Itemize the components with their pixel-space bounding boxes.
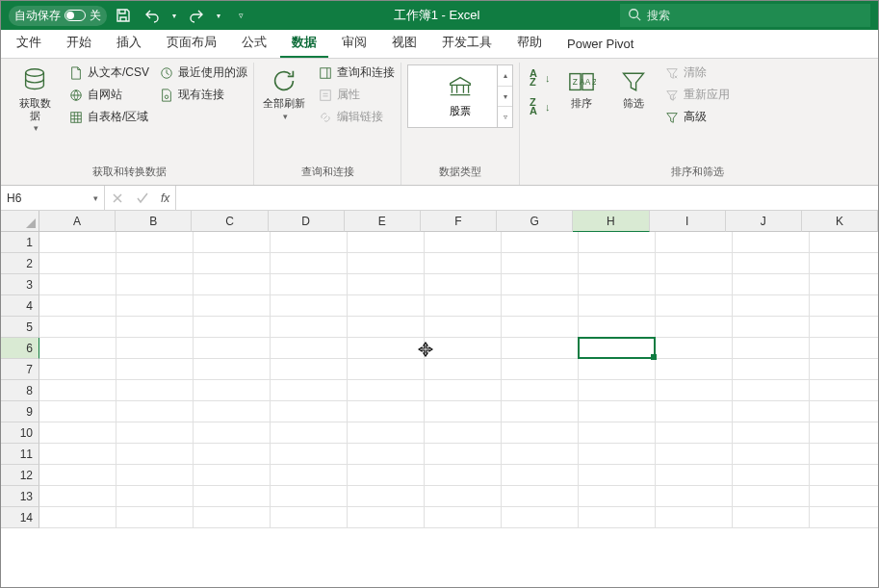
recent-sources-button[interactable]: 最近使用的源: [159, 64, 247, 81]
cell[interactable]: [579, 232, 656, 253]
column-header[interactable]: E: [345, 211, 421, 232]
cell[interactable]: [116, 444, 194, 465]
cell[interactable]: [656, 274, 733, 295]
cell[interactable]: [194, 274, 271, 295]
column-header[interactable]: D: [269, 211, 345, 232]
cell[interactable]: [656, 507, 733, 528]
cell[interactable]: [194, 486, 271, 507]
cell[interactable]: [579, 359, 656, 380]
cell[interactable]: [579, 465, 656, 486]
cell[interactable]: [194, 444, 271, 465]
cell[interactable]: [271, 359, 348, 380]
cell[interactable]: [194, 338, 271, 359]
cell[interactable]: [116, 507, 194, 528]
cell[interactable]: [271, 338, 348, 359]
advanced-filter-button[interactable]: 高级: [664, 109, 730, 125]
column-header[interactable]: B: [116, 211, 192, 232]
cell[interactable]: [348, 465, 425, 486]
column-header[interactable]: G: [497, 211, 573, 232]
cell[interactable]: [810, 359, 879, 380]
worksheet[interactable]: ABCDEFGHIJK 1234567891011121314: [1, 211, 878, 588]
cell[interactable]: [39, 380, 116, 401]
search-box[interactable]: [620, 4, 870, 27]
cell[interactable]: [39, 507, 116, 528]
formula-input[interactable]: [176, 186, 878, 210]
cell[interactable]: [810, 380, 879, 401]
cell[interactable]: [656, 359, 733, 380]
cell[interactable]: [271, 422, 348, 444]
cell[interactable]: [810, 422, 879, 444]
redo-dropdown[interactable]: ▾: [213, 4, 224, 27]
cell[interactable]: [579, 317, 656, 338]
save-button[interactable]: [111, 4, 136, 27]
gallery-scrollbar[interactable]: ▴ ▾ ▿: [497, 65, 512, 127]
cell[interactable]: [733, 232, 810, 253]
cell[interactable]: [271, 317, 348, 338]
cell[interactable]: [502, 253, 579, 274]
cell[interactable]: [810, 274, 879, 295]
cell[interactable]: [194, 422, 271, 444]
cell[interactable]: [39, 317, 116, 338]
cell[interactable]: [348, 317, 425, 338]
refresh-all-button[interactable]: 全部刷新 ▾: [260, 64, 308, 121]
column-header[interactable]: K: [802, 211, 878, 232]
cell[interactable]: [348, 486, 425, 507]
column-header[interactable]: H: [573, 211, 649, 232]
row-header[interactable]: 14: [1, 507, 39, 528]
from-table-range-button[interactable]: 自表格/区域: [68, 109, 149, 125]
cell[interactable]: [271, 444, 348, 465]
cell[interactable]: [348, 422, 425, 444]
cell[interactable]: [194, 232, 271, 253]
autosave-toggle[interactable]: 自动保存 关: [9, 6, 107, 26]
stock-data-type[interactable]: 股票: [447, 75, 474, 118]
cell[interactable]: [425, 359, 502, 380]
cell[interactable]: [425, 486, 502, 507]
cell[interactable]: [425, 338, 502, 359]
data-types-gallery[interactable]: 股票 ▴ ▾ ▿: [407, 64, 513, 128]
cell[interactable]: [425, 444, 502, 465]
cell[interactable]: [656, 486, 733, 507]
tab-review[interactable]: 审阅: [330, 28, 378, 58]
sort-descending-button[interactable]: ZA ↓: [526, 99, 551, 115]
cell[interactable]: [39, 401, 116, 422]
cell[interactable]: [116, 359, 194, 380]
filter-button[interactable]: 筛选: [612, 64, 655, 110]
sort-ascending-button[interactable]: AZ ↓: [526, 70, 551, 86]
cell[interactable]: [733, 465, 810, 486]
cell[interactable]: [39, 338, 116, 359]
get-data-button[interactable]: 获取数 据 ▾: [11, 64, 59, 134]
row-header[interactable]: 7: [1, 359, 39, 380]
redo-button[interactable]: [184, 4, 209, 27]
row-header[interactable]: 8: [1, 380, 39, 401]
cell[interactable]: [271, 401, 348, 422]
cell[interactable]: [39, 422, 116, 444]
tab-view[interactable]: 视图: [380, 28, 428, 58]
cell[interactable]: [39, 486, 116, 507]
cell[interactable]: [116, 317, 194, 338]
cell[interactable]: [271, 274, 348, 295]
cell[interactable]: [348, 359, 425, 380]
cell[interactable]: [39, 359, 116, 380]
cell[interactable]: [502, 444, 579, 465]
cell[interactable]: [425, 380, 502, 401]
cell[interactable]: [116, 380, 194, 401]
cell[interactable]: [502, 380, 579, 401]
cell[interactable]: [656, 380, 733, 401]
cell[interactable]: [39, 295, 116, 317]
cell[interactable]: [579, 401, 656, 422]
cell[interactable]: [348, 274, 425, 295]
undo-button[interactable]: [140, 4, 165, 27]
cell[interactable]: [116, 465, 194, 486]
cell[interactable]: [733, 359, 810, 380]
cell[interactable]: [502, 317, 579, 338]
row-header[interactable]: 11: [1, 444, 39, 465]
select-all-button[interactable]: [1, 211, 39, 232]
cell[interactable]: [502, 465, 579, 486]
column-header[interactable]: C: [192, 211, 268, 232]
chevron-down-icon[interactable]: ▾: [93, 193, 98, 203]
cell[interactable]: [733, 317, 810, 338]
cell[interactable]: [579, 295, 656, 317]
cell[interactable]: [810, 465, 879, 486]
cell[interactable]: [39, 444, 116, 465]
cell[interactable]: [194, 401, 271, 422]
